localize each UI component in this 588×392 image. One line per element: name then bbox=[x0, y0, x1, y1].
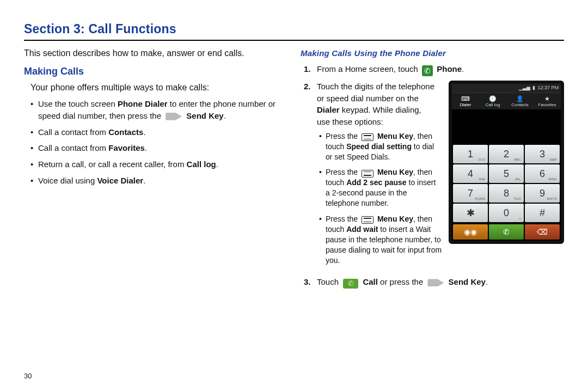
text-bold: Menu Key bbox=[377, 215, 413, 223]
text: . bbox=[145, 143, 147, 152]
text: . bbox=[143, 176, 145, 185]
key-1[interactable]: 1O.O bbox=[453, 145, 488, 163]
text-bold: Phone bbox=[437, 64, 462, 74]
text-bold: Add 2 sec pause bbox=[346, 178, 407, 187]
text: . bbox=[143, 127, 145, 137]
status-bar: ▁▃▅ ▮ 12:37 PM bbox=[452, 84, 561, 93]
text-bold: Send Key bbox=[449, 277, 486, 286]
step-3: Touch Call or press the Send Key. bbox=[317, 276, 564, 288]
step-1: From a Home screen, touch Phone. bbox=[317, 63, 564, 75]
intro-text: This section describes how to make, answ… bbox=[24, 48, 287, 58]
text-bold: Dialer bbox=[317, 105, 340, 114]
text-bold: Call log bbox=[187, 160, 216, 169]
text: Voice dial using bbox=[38, 176, 97, 185]
person-icon: 👤 bbox=[506, 95, 534, 102]
page-number: 30 bbox=[24, 372, 32, 380]
tab-call-log[interactable]: 🕘Call log bbox=[479, 93, 506, 110]
dialer-tabs: ⌨Dialer 🕘Call log 👤Contacts ★Favorites bbox=[452, 93, 561, 111]
tab-label: Dialer bbox=[460, 102, 471, 107]
tab-label: Contacts bbox=[511, 102, 529, 107]
making-calls-heading: Making Calls bbox=[24, 66, 287, 77]
text: . bbox=[216, 160, 218, 169]
section-rule bbox=[24, 40, 564, 41]
clock-icon: 🕘 bbox=[479, 95, 506, 102]
step-2: ▁▃▅ ▮ 12:37 PM ⌨Dialer 🕘Call log 👤Contac… bbox=[317, 81, 564, 271]
key-4[interactable]: 4GHI bbox=[453, 164, 488, 183]
text: Use the touch screen bbox=[38, 99, 118, 108]
text-bold: Add wait bbox=[346, 225, 378, 234]
sub-add-wait: Press the Menu Key, then touch Add wait … bbox=[326, 214, 564, 265]
text-bold: Contacts bbox=[108, 127, 143, 137]
text: Call a contact from bbox=[38, 143, 108, 152]
sub-speed-dial: Press the Menu Key, then touch Speed dia… bbox=[326, 131, 437, 162]
right-column: Making Calls Using the Phone Dialer From… bbox=[301, 48, 564, 293]
sub-2sec-pause: Press the Menu Key, then touch Add 2 sec… bbox=[326, 167, 437, 209]
making-calls-lead: Your phone offers multiple ways to make … bbox=[30, 83, 287, 93]
bullet-favorites: Call a contact from Favorites. bbox=[38, 142, 287, 154]
text: . bbox=[224, 111, 226, 120]
bullet-voice-dialer: Voice dial using Voice Dialer. bbox=[38, 175, 287, 187]
key-7[interactable]: 7PQRS bbox=[453, 184, 488, 203]
tab-label: Favorites bbox=[538, 102, 556, 107]
status-time: 12:37 PM bbox=[537, 84, 559, 91]
phone-icon bbox=[422, 65, 433, 76]
text: From a Home screen, touch bbox=[317, 64, 420, 74]
star-icon: ★ bbox=[534, 95, 561, 102]
phone-dialer-heading: Making Calls Using the Phone Dialer bbox=[301, 48, 564, 58]
text-bold: Menu Key bbox=[377, 132, 413, 140]
section-title: Section 3: Call Functions bbox=[24, 22, 564, 36]
key-9[interactable]: 9WXYZ bbox=[525, 184, 560, 203]
keypad-icon: ⌨ bbox=[452, 95, 479, 102]
text-bold: Menu Key bbox=[377, 168, 413, 176]
key-2[interactable]: 2ABC bbox=[489, 145, 524, 163]
text-bold: Send Key bbox=[186, 111, 223, 120]
tab-label: Call log bbox=[486, 102, 500, 107]
text: Call a contact from bbox=[38, 127, 108, 137]
text: . bbox=[486, 277, 488, 286]
key-8[interactable]: 8TUV bbox=[489, 184, 524, 203]
menu-key-icon bbox=[362, 133, 373, 141]
keypad: 1O.O 2ABC 3DEF 4GHI 5JKL 6MNO 7PQRS 8TUV… bbox=[452, 144, 561, 223]
text: Touch bbox=[317, 277, 341, 286]
tab-contacts[interactable]: 👤Contacts bbox=[506, 93, 534, 110]
tab-dialer[interactable]: ⌨Dialer bbox=[452, 93, 479, 110]
text: Press the bbox=[326, 168, 360, 176]
bullet-call-log: Return a call, or call a recent caller, … bbox=[38, 158, 287, 170]
text-bold: Voice Dialer bbox=[97, 176, 143, 185]
text: or press the bbox=[378, 277, 426, 286]
send-key-icon bbox=[427, 279, 444, 286]
call-icon bbox=[343, 279, 358, 289]
key-6[interactable]: 6MNO bbox=[525, 164, 560, 183]
text-bold: Favorites bbox=[108, 143, 145, 152]
text: Press the bbox=[326, 215, 360, 223]
text-bold: Call bbox=[363, 277, 378, 286]
bullet-contacts: Call a contact from Contacts. bbox=[38, 126, 287, 138]
key-3[interactable]: 3DEF bbox=[525, 145, 560, 163]
text: Touch the digits of the telephone or spe… bbox=[317, 82, 434, 103]
text-bold: Speed dial setting bbox=[346, 142, 412, 151]
battery-icon: ▮ bbox=[532, 84, 535, 91]
number-display bbox=[452, 110, 561, 144]
text: Return a call, or call a recent caller, … bbox=[38, 160, 187, 169]
text-bold: Phone Dialer bbox=[118, 99, 168, 108]
menu-key-icon bbox=[362, 170, 373, 177]
text: Press the bbox=[326, 132, 360, 140]
left-column: This section describes how to make, answ… bbox=[24, 48, 287, 293]
bullet-phone-dialer: Use the touch screen Phone Dialer to ent… bbox=[38, 98, 287, 122]
key-5[interactable]: 5JKL bbox=[489, 164, 524, 183]
menu-key-icon bbox=[362, 216, 373, 224]
send-key-icon bbox=[166, 113, 182, 120]
text: . bbox=[462, 64, 464, 74]
tab-favorites[interactable]: ★Favorites bbox=[534, 93, 561, 110]
signal-icon: ▁▃▅ bbox=[519, 84, 530, 91]
